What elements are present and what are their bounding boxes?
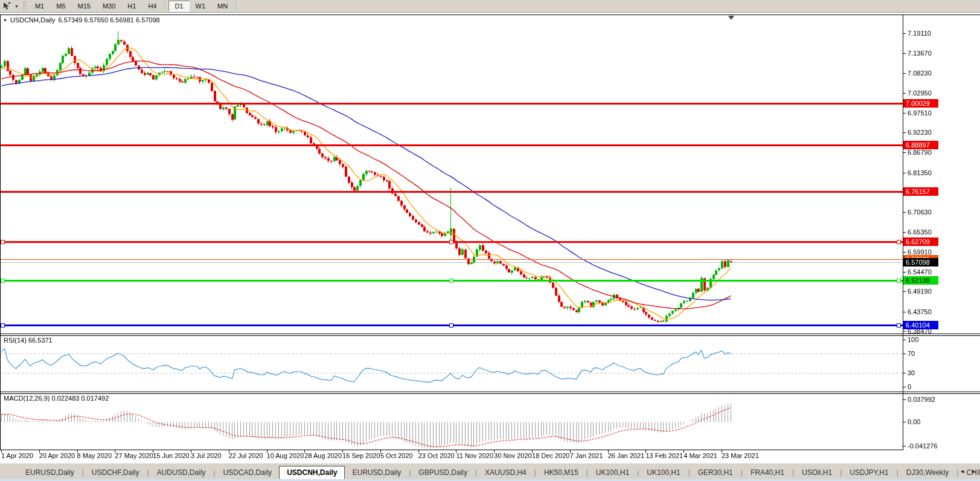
symbol-tab-usdcnh-daily[interactable]: USDCNH,Daily	[279, 466, 345, 479]
date-axis-label: 18 Dec 2020	[532, 452, 569, 459]
price-tick-label: 6.49190	[908, 288, 932, 295]
symbol-tab-eurusd-daily[interactable]: EURUSD,Daily	[345, 466, 408, 479]
symbol-tab-bar: EURUSD,Daily|USDCHF,Daily|AUDUSD,Daily|U…	[0, 463, 980, 481]
macd-pane-label: MACD(12,26,9) 0.022483 0.017492	[4, 395, 109, 402]
macd-tick-label: 0.037992	[908, 396, 935, 403]
timeframe-buttons: M1M5M15M30H1H4D1W1MN	[29, 1, 240, 11]
date-axis-label: 27 May 2020	[115, 452, 153, 459]
date-axis-label: 23 Mar 2021	[722, 452, 759, 459]
date-axis-label: 7 Jan 2021	[570, 452, 603, 459]
date-axis-label: 8 May 2020	[77, 452, 112, 459]
chart-title: ▼ USDCNH,Daily 6.57349 6.57650 6.56981 6…	[3, 16, 160, 24]
chart-ohlc-values: 6.57349 6.57650 6.56981 6.57098	[59, 16, 160, 24]
price-tick-label: 6.86790	[908, 149, 932, 156]
timeframe-button-m30[interactable]: M30	[97, 1, 121, 11]
hline-price-label: 6.62709	[903, 237, 938, 246]
price-tick-label: 7.02950	[908, 89, 932, 97]
price-tick-label: 6.81350	[908, 169, 932, 176]
price-tick-label: 6.59910	[908, 248, 932, 256]
symbol-tab-dj30-weekly[interactable]: DJ30,Weekly	[899, 466, 956, 479]
date-axis-label: 28 Aug 2020	[304, 452, 342, 459]
bid-price-label: 6.57098	[903, 258, 938, 266]
rsi-tick-label: 30	[908, 369, 915, 376]
timeframe-button-m1[interactable]: M1	[29, 1, 50, 11]
symbol-tab-uk100-h1[interactable]: UK100,H1	[589, 466, 636, 479]
symbol-tab-uk100-h1[interactable]: UK100,H1	[639, 466, 687, 479]
hline-price-label: 6.76157	[903, 187, 938, 196]
price-tick-label: 7.19110	[908, 30, 931, 37]
date-axis-label: 3 Jul 2020	[191, 452, 222, 459]
date-axis-label: 23 Oct 2020	[418, 452, 455, 459]
macd-tick-label: -0.041276	[908, 442, 938, 450]
toolbar: ▼ M1M5M15M30H1H4D1W1MN	[0, 0, 980, 13]
rsi-value: 66.5371	[28, 337, 53, 344]
date-axis-label: 16 Sep 2020	[342, 452, 380, 459]
cursor-icon	[2, 2, 11, 10]
tab-scroll-right-icon[interactable]: ►	[971, 468, 976, 474]
timeframe-button-d1[interactable]: D1	[168, 1, 189, 11]
price-tick-label: 6.54470	[908, 268, 932, 276]
date-axis-label: 11 Nov 2020	[456, 452, 493, 459]
date-axis-label: 20 Apr 2020	[39, 452, 75, 459]
date-axis-label: 5 Oct 2020	[380, 452, 413, 459]
price-tick-label: 7.13670	[908, 50, 932, 57]
price-tick-label: 6.92230	[908, 129, 932, 136]
chart-symbol-label: USDCNH,Daily	[10, 16, 56, 24]
tab-scroll-left-icon[interactable]: ◄	[959, 468, 965, 474]
rsi-tick-label: 0	[908, 383, 911, 390]
symbol-tab-usdcad-daily[interactable]: USDCAD,Daily	[216, 466, 279, 479]
symbol-tab-ger30-h1[interactable]: GER30,H1	[691, 466, 740, 479]
symbol-tab-hk50-m15[interactable]: HK50,M15	[537, 466, 586, 479]
symbol-tab-usdchf-daily[interactable]: USDCHF,Daily	[85, 466, 147, 479]
rsi-name: RSI(14)	[4, 337, 27, 344]
date-axis-label: 15 Jun 2020	[153, 452, 190, 459]
hline-price-label: 6.40104	[903, 321, 938, 329]
price-tick-label: 6.70630	[908, 208, 932, 216]
toolbar-separator	[165, 2, 166, 10]
pointer-dropdown-icon[interactable]: ▼	[14, 4, 19, 8]
timeframe-button-w1[interactable]: W1	[190, 1, 212, 11]
rsi-tick-label: 70	[908, 350, 915, 357]
tabs: EURUSD,Daily|USDCHF,Daily|AUDUSD,Daily|U…	[18, 466, 980, 479]
date-axis-label: 1 Apr 2020	[1, 452, 33, 459]
timeframe-button-m5[interactable]: M5	[50, 1, 71, 11]
macd-tick-label: 0.00	[908, 418, 920, 425]
hline-price-label: 7.00029	[903, 99, 938, 108]
pointer-tool-icon[interactable]	[2, 2, 11, 10]
symbol-tab-fra40-h1[interactable]: FRA40,H1	[743, 466, 792, 479]
date-axis-label: 22 Jul 2020	[229, 452, 263, 459]
chart-collapse-icon[interactable]: ▼	[3, 18, 7, 22]
timeframe-button-h1[interactable]: H1	[121, 1, 142, 11]
price-tick-label: 7.08230	[908, 69, 932, 77]
symbol-tab-usoil-h1[interactable]: USOil,H1	[795, 466, 839, 479]
macd-values: 0.022483 0.017492	[51, 395, 109, 402]
symbol-tab-eurusd-daily[interactable]: EURUSD,Daily	[18, 466, 82, 479]
symbol-tab-usdjpy-h1[interactable]: USDJPY,H1	[842, 466, 895, 479]
macd-name: MACD(12,26,9)	[4, 395, 50, 402]
symbol-tab-xauusd-h4[interactable]: XAUUSD,H4	[478, 466, 534, 479]
hline-price-label: 6.88897	[903, 141, 938, 149]
tab-scroll-buttons: ◄ ►	[959, 468, 976, 474]
price-tick-label: 6.43750	[908, 308, 932, 315]
timeframe-button-mn[interactable]: MN	[211, 1, 234, 11]
price-tick-label: 6.65350	[908, 228, 932, 236]
symbol-tab-audusd-daily[interactable]: AUDUSD,Daily	[150, 466, 213, 479]
date-axis-label: 13 Feb 2021	[645, 452, 683, 459]
hline-price-label: 6.52138	[903, 276, 938, 285]
toolbar-grip[interactable]	[24, 2, 26, 10]
date-axis-label: 4 Mar 2021	[684, 452, 717, 459]
date-axis-label: 26 Jan 2021	[608, 452, 645, 459]
date-axis-label: 30 Nov 2020	[494, 452, 531, 459]
timeframe-button-m15[interactable]: M15	[72, 1, 97, 11]
timeframe-button-h4[interactable]: H4	[142, 1, 162, 11]
rsi-pane-label: RSI(14) 66.5371	[4, 337, 53, 344]
price-tick-label: 6.97510	[908, 109, 932, 117]
symbol-tab-gbpusd-daily[interactable]: GBPUSD,Daily	[411, 466, 475, 479]
toolbar-separator	[236, 2, 237, 10]
price-chart-canvas[interactable]	[0, 0, 980, 481]
rsi-tick-label: 100	[908, 336, 918, 343]
date-axis-label: 10 Aug 2020	[267, 452, 304, 459]
